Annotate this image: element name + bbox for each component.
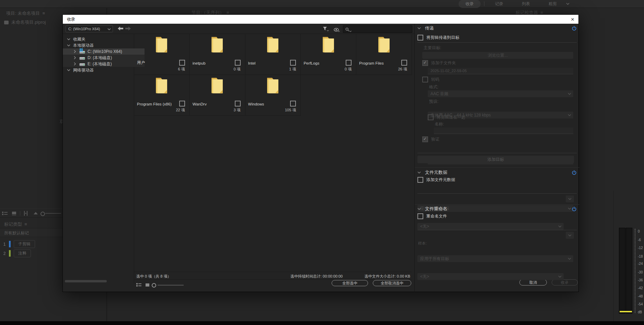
metadata-extra-dropdown[interactable] xyxy=(566,195,574,202)
power-toggle-icon[interactable] xyxy=(572,206,577,212)
chevron-right-icon[interactable] xyxy=(74,62,76,66)
rename-preset-dropdown[interactable]: <无> xyxy=(417,273,564,280)
rename-files-checkbox[interactable] xyxy=(417,213,423,219)
project-file-icon xyxy=(4,21,9,24)
folder-tile[interactable]: WanDrv 3 项 xyxy=(190,75,245,116)
transcode-checkbox[interactable] xyxy=(422,77,428,82)
format-dropdown[interactable]: AAC 音频 xyxy=(428,90,573,97)
section-transfer-header[interactable]: 传递 xyxy=(417,25,577,31)
stitch-name-input[interactable] xyxy=(434,127,573,134)
section-rename-header[interactable]: 文件重命名 xyxy=(417,206,577,212)
thumbnail-zoom-track[interactable] xyxy=(158,285,184,285)
meter-tick-label: -24 xyxy=(638,262,643,266)
tree-item-drive-c[interactable]: C: (Win10Pro X64) xyxy=(63,48,145,55)
zoom-slider-knob[interactable] xyxy=(41,212,45,216)
add-subfolder-checkbox[interactable] xyxy=(422,60,428,66)
project-file-row[interactable]: 未命名项目.plproj xyxy=(4,19,46,25)
folder-tile[interactable]: Windows 105 项 xyxy=(245,75,301,116)
add-destination-button[interactable]: 添加目标 xyxy=(417,156,574,163)
thumbnail-view-icon[interactable] xyxy=(12,211,16,215)
selection-size: 选中文件大小总计: 0.00 KB xyxy=(365,274,410,279)
rename-files-row[interactable]: 重命名文件 xyxy=(417,213,447,219)
tree-item-network-drives[interactable]: 网络驱动器 xyxy=(63,67,138,73)
grid-view-icon[interactable] xyxy=(136,283,142,287)
add-subfolder-row[interactable]: 添加子文件夹 xyxy=(422,60,456,66)
marker-row-comment[interactable]: 2 注释 xyxy=(0,249,31,257)
stitch-clips-checkbox[interactable] xyxy=(428,114,434,120)
browse-location-button[interactable]: 浏览位置... xyxy=(422,52,573,59)
metadata-form-dropdown[interactable]: <无> xyxy=(417,223,564,230)
folder-tile[interactable]: Program Files 26 项 xyxy=(356,34,412,75)
power-toggle-icon[interactable] xyxy=(572,170,577,175)
folder-checkbox[interactable] xyxy=(290,60,296,66)
divider xyxy=(417,193,577,194)
drive-icon xyxy=(79,56,85,60)
folder-checkbox[interactable] xyxy=(235,60,241,66)
chevron-down-icon xyxy=(107,28,111,30)
preview-eye-icon[interactable] xyxy=(334,27,339,32)
forward-arrow-icon[interactable] xyxy=(125,26,131,31)
folder-tile[interactable]: inetpub 0 项 xyxy=(190,34,245,75)
folder-checkbox[interactable] xyxy=(401,60,407,66)
add-metadata-row[interactable]: 添加文件元数据 xyxy=(417,177,455,183)
verify-checkbox[interactable] xyxy=(422,136,428,142)
zoom-out-icon[interactable] xyxy=(34,212,38,214)
marker-panel-menu-icon[interactable]: ≡ xyxy=(24,222,27,227)
folder-tile[interactable]: PerfLogs 0 项 xyxy=(301,34,356,75)
rename-extra-dropdown[interactable] xyxy=(566,232,574,239)
tab-rough-cut[interactable]: 粗剪 xyxy=(549,1,557,7)
project-panel-title: 项目: 未命名项目 ≡ xyxy=(6,10,45,16)
thumbnail-zoom-knob[interactable] xyxy=(152,283,156,288)
close-icon[interactable]: × xyxy=(571,16,574,22)
tab-ingest[interactable]: 收录 xyxy=(459,0,481,8)
list-view-icon[interactable] xyxy=(2,211,8,215)
folder-tile[interactable]: Program Files (x86) 22 项 xyxy=(134,75,190,116)
zoom-slider-track[interactable] xyxy=(45,213,61,214)
marker-row-subclip[interactable]: 1 子剪辑 xyxy=(0,240,35,248)
transfer-clips-checkbox[interactable] xyxy=(417,35,423,41)
tab-list[interactable]: 列表 xyxy=(522,1,530,7)
tree-horizontal-scrollbar[interactable] xyxy=(65,280,107,282)
folder-checkbox[interactable] xyxy=(179,60,185,66)
thumbnail-size-icon[interactable] xyxy=(145,283,150,287)
divider xyxy=(417,153,577,153)
rename-apply-dropdown[interactable]: 应用于所有目标 xyxy=(417,255,573,262)
folder-tree: 收藏夹 本地驱动器 C: (Win10Pro X64) D: (本地磁盘) xyxy=(63,34,134,284)
drive-icon xyxy=(79,62,85,66)
power-toggle-icon[interactable] xyxy=(572,26,577,31)
stitch-clips-row[interactable]: 将剪辑连在一起 xyxy=(428,114,465,120)
folder-checkbox[interactable] xyxy=(290,101,296,107)
tree-item-favorites[interactable]: 收藏夹 xyxy=(63,36,138,42)
folder-tile[interactable]: 用户 6 项 xyxy=(134,34,190,75)
marker-color-bar xyxy=(9,241,11,247)
workspace-chevron-icon[interactable] xyxy=(566,3,570,5)
folder-tile[interactable]: Intel 1 项 xyxy=(245,34,301,75)
subfolder-name-input[interactable]: 2025-11-02_22-59-05 xyxy=(428,68,573,74)
transfer-clips-row[interactable]: 将剪辑传递到目标 xyxy=(417,35,459,41)
section-metadata-header[interactable]: 文件元数据 xyxy=(417,169,577,176)
tab-logging[interactable]: 记录 xyxy=(495,1,503,7)
chevron-down-icon xyxy=(568,93,571,95)
search-input[interactable] xyxy=(343,25,412,33)
back-arrow-icon[interactable] xyxy=(118,26,123,31)
chevron-down-icon xyxy=(568,114,571,116)
panel-menu-icon[interactable]: ≡ xyxy=(42,11,45,16)
dialog-title-bar[interactable]: 收录 × xyxy=(63,15,578,24)
folder-checkbox[interactable] xyxy=(179,101,185,107)
chevron-right-icon[interactable] xyxy=(74,50,76,53)
tree-item-drive-e[interactable]: E: (本地磁盘) xyxy=(63,61,145,67)
drive-select[interactable]: C: (Win10Pro X64) xyxy=(66,25,113,32)
deselect-all-button[interactable]: 全部取消选中 xyxy=(373,280,411,286)
transcode-row[interactable]: 转码 xyxy=(422,77,439,82)
tree-item-drive-d[interactable]: D: (本地磁盘) xyxy=(63,55,145,61)
filter-icon[interactable] xyxy=(323,26,328,31)
add-metadata-checkbox[interactable] xyxy=(417,177,423,183)
column-settings-icon[interactable] xyxy=(23,211,28,216)
folder-checkbox[interactable] xyxy=(235,101,241,107)
tree-item-local-drives[interactable]: 本地驱动器 xyxy=(63,42,138,48)
folder-checkbox[interactable] xyxy=(346,60,352,66)
divider xyxy=(417,42,577,43)
select-all-button[interactable]: 全部选中 xyxy=(332,280,368,286)
verify-row[interactable]: 验证 xyxy=(422,136,439,142)
chevron-right-icon[interactable] xyxy=(74,56,76,59)
